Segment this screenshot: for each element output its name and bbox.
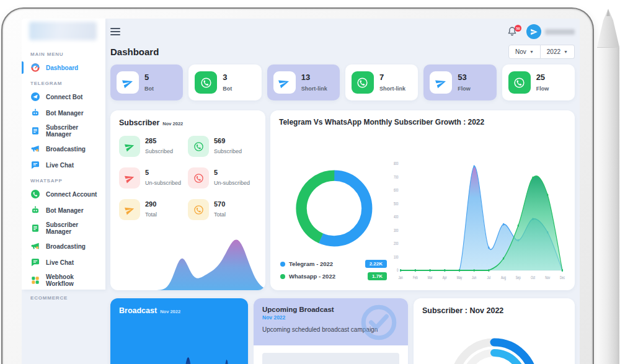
svg-text:100: 100 [394,254,399,259]
user-avatar-telegram-icon [526,24,541,39]
sidebar-item-label: Subscriber Manager [46,124,99,138]
growth-donut-chart [279,167,389,249]
page-title: Dashboard [110,47,159,57]
menu-toggle-icon[interactable] [110,26,120,37]
sidebar-section-label: WHATSAPP [22,173,105,186]
megaphone-icon [30,144,40,154]
subscriber-tile-whatsapp-subscribed: 569 Subscribed [188,136,257,157]
date-filters: Nov▼ 2022▼ [508,45,575,59]
sidebar-item-bot-manager[interactable]: Bot Manager [22,105,105,121]
whatsapp-icon [508,71,531,94]
tile-value: 5 [145,169,181,176]
sidebar-item-label: Connect Bot [46,94,82,100]
sidebar-item-dashboard[interactable]: Dashboard [22,60,105,76]
whatsapp-icon [30,189,40,199]
stat-card-whatsapp-short-link: 7 Short-link [345,64,418,100]
sidebar-item-bot-manager[interactable]: Bot Manager [22,202,105,218]
stat-label: Flow [536,86,549,92]
sidebar-item-label: Bot Manager [46,110,84,117]
broadcast-title: Broadcast [119,306,157,315]
topbar: 50 [110,22,575,41]
sidebar: MAIN MENU DashboardTELEGRAM Connect Bot … [22,19,105,290]
sidebar-item-broadcasting[interactable]: Broadcasting [22,141,105,157]
telegram-icon [119,199,140,220]
svg-text:Jun: Jun [472,275,477,280]
svg-text:Sep: Sep [516,275,521,280]
megaphone-icon [30,241,40,251]
stat-value: 53 [458,73,471,82]
notification-bell-icon[interactable]: 50 [507,26,518,37]
stat-label: Bot [144,86,154,92]
month-filter[interactable]: Nov▼ [508,45,541,59]
sidebar-item-subscriber-manager[interactable]: Subscriber Manager [22,121,105,141]
sidebar-item-subscriber-manager[interactable]: Subscriber Manager [22,218,105,238]
sidebar-section-label: ECOMMERCE [22,290,105,303]
legend-item-telegram-2022[interactable]: Telegram - 2022 2.22K [280,260,387,268]
sidebar-item-live-chat[interactable]: Live Chat [22,254,105,270]
subscriber-summary-card: Subscriber Nov 2022 285 Subscribed 569 S… [110,110,265,290]
whatsapp-icon [352,71,374,94]
stylus-pen [597,9,619,364]
telegram-icon [119,167,140,189]
subscriber-tile-telegram-total: 290 Total [119,199,188,220]
growth-chart-legend: Telegram - 2022 2.22K Whatsapp - 2022 1.… [279,255,389,283]
check-circle-icon [358,302,399,343]
svg-text:200: 200 [394,241,399,246]
svg-text:Mar: Mar [428,275,433,280]
contacts-icon [30,126,40,136]
sidebar-item-label: Webhook Workflow [46,273,99,287]
main-content: 50 Dashboard Nov▼ [105,19,580,364]
subscriber-radial-card: Subscriber : Nov 2022 Subscribers [414,298,575,364]
growth-chart-card: Telegram Vs WhatsApp Monthly Subscriber … [270,110,575,290]
legend-dot [280,262,285,267]
sidebar-item-webhook-workflow[interactable]: Webhook Workflow [22,270,105,290]
subscriber-tile-whatsapp-un-subscribed: 5 Un-subscribed [188,167,257,189]
tile-value: 5 [214,169,250,176]
broadcast-card: Broadcast Nov 2022 [110,298,248,364]
device-frame: MAIN MENU DashboardTELEGRAM Connect Bot … [1,7,594,364]
whatsapp-icon [188,136,209,157]
growth-area-chart: 0100200300400500600700800JanFebMarAprMay… [389,129,566,283]
svg-text:Feb: Feb [413,275,418,280]
tile-label: Un-subscribed [145,180,181,186]
subscriber-tiles: 285 Subscribed 569 Subscribed 5 Un-subsc… [119,136,257,220]
svg-text:Apr: Apr [443,275,447,280]
sidebar-item-label: Subscriber Manager [46,221,99,235]
sidebar-item-live-chat[interactable]: Live Chat [22,157,105,173]
user-profile[interactable] [526,24,575,39]
sidebar-item-label: Dashboard [46,64,78,71]
stat-value: 3 [223,73,232,82]
sidebar-item-connect-bot[interactable]: Connect Bot [22,89,105,105]
broadcast-peaks-chart [110,344,248,364]
stat-value: 25 [536,73,549,82]
svg-text:800: 800 [394,161,399,166]
tile-value: 285 [145,137,173,144]
year-filter[interactable]: 2022▼ [541,45,575,59]
telegram-icon [119,136,140,157]
stat-label: Short-link [301,86,327,92]
svg-text:Dec: Dec [560,275,565,280]
sidebar-menu: MAIN MENU DashboardTELEGRAM Connect Bot … [22,47,105,303]
tile-label: Subscribed [214,148,242,154]
gauge-icon [30,63,40,73]
sidebar-item-broadcasting[interactable]: Broadcasting [22,238,105,254]
tile-label: Total [145,211,157,218]
sidebar-item-connect-account[interactable]: Connect Account [22,186,105,202]
stats-row: 5 Bot 3 Bot 13 Short-link 7 Short-link 5… [110,64,575,100]
sidebar-item-label: Bot Manager [46,207,84,214]
subscriber-tile-telegram-un-subscribed: 5 Un-subscribed [119,167,188,189]
svg-text:600: 600 [394,187,399,192]
legend-label: Telegram - 2022 [289,260,365,267]
legend-total-badge: 1.7K [368,272,387,280]
subscriber-radial-title: Subscriber : Nov 2022 [422,306,566,315]
stat-card-whatsapp-bot: 3 Bot [188,64,261,100]
svg-text:400: 400 [394,214,399,219]
upcoming-list-placeholder [262,353,399,364]
sidebar-item-label: Broadcasting [46,146,86,153]
growth-chart-title: Telegram Vs WhatsApp Monthly Subscriber … [279,118,566,127]
tile-value: 570 [214,200,226,208]
legend-item-whatsapp-2022[interactable]: Whatsapp - 2022 1.7K [280,272,387,280]
puzzle-icon [30,275,40,285]
stat-value: 7 [379,73,405,82]
sidebar-item-label: Broadcasting [46,243,86,250]
